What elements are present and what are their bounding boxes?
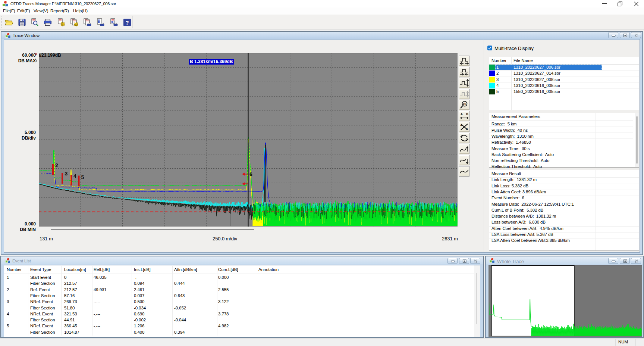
svg-text:1:1: 1:1 xyxy=(462,103,466,105)
svg-text:3: 3 xyxy=(65,171,68,177)
svg-text:?: ? xyxy=(125,19,129,26)
svg-text:2: 2 xyxy=(55,162,58,168)
svg-text:B: B xyxy=(466,112,468,116)
svg-text:5: 5 xyxy=(81,174,84,180)
svg-text:A: A xyxy=(461,112,463,116)
svg-text:6: 6 xyxy=(249,171,252,177)
svg-text:4: 4 xyxy=(73,173,76,179)
